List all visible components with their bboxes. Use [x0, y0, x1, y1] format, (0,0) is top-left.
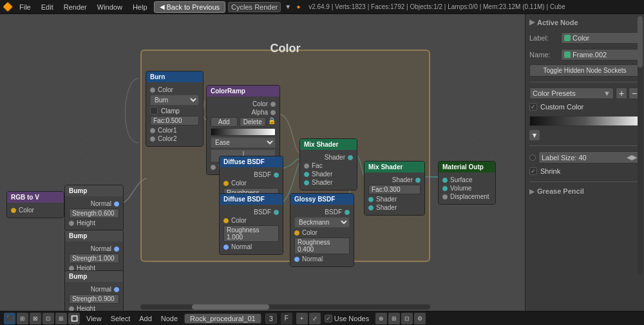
mix1-shader1-socket[interactable]: [304, 172, 309, 177]
menu-file[interactable]: File: [15, 2, 35, 12]
right-panel-scrollbar-thumb[interactable]: [638, 16, 643, 68]
colorramp-alpha-socket[interactable]: [270, 110, 276, 115]
burn-node-header: Burn: [146, 71, 203, 82]
glossy-color-socket[interactable]: [294, 230, 299, 236]
node-editor-icon[interactable]: ⬛: [4, 313, 15, 324]
mix2-fac-field[interactable]: Fac:0.300: [368, 185, 421, 194]
back-to-previous-button[interactable]: ◀ Back to Previous: [154, 1, 226, 13]
matout-volume-socket[interactable]: [442, 186, 448, 191]
glossy-mode-select[interactable]: Beckmann: [294, 217, 350, 228]
matout-surface-socket[interactable]: [442, 178, 448, 183]
plus-btn[interactable]: +: [616, 88, 627, 99]
info-bar: v2.64.9 | Verts:1823 | Faces:1792 | Obje…: [308, 3, 565, 10]
main-layout: Color Burn Color Burn Clamp Fac:0.500: [0, 14, 644, 311]
burn-node[interactable]: Burn Color Burn Clamp Fac:0.500 Color1: [146, 71, 204, 147]
render-engine-select[interactable]: Cycles Render: [228, 2, 281, 12]
select-menu[interactable]: Select: [108, 314, 133, 323]
colorramp-interp-select[interactable]: Ease: [211, 137, 276, 148]
bump3-height-socket[interactable]: [69, 306, 74, 311]
bump1-normal-socket[interactable]: [114, 201, 119, 207]
bump3-node[interactable]: Bump Normal Strength:0.900 Height: [64, 270, 124, 311]
rgb-to-v-node[interactable]: RGB to V Color: [6, 191, 64, 218]
diffuse2-normal-socket[interactable]: [223, 245, 229, 250]
add-menu[interactable]: Add: [137, 314, 155, 323]
matout-disp-socket[interactable]: [442, 194, 448, 200]
grid-icon[interactable]: ⊡: [401, 313, 413, 324]
burn-fac-field[interactable]: Fac:0.500: [150, 116, 199, 125]
mix1-shader-out-socket[interactable]: [348, 155, 353, 160]
glossy-normal-socket[interactable]: [294, 257, 299, 262]
delete-btn[interactable]: Delete: [240, 117, 267, 127]
material-output-node[interactable]: Material Outp Surface Volume Displacemen…: [438, 161, 496, 205]
bump1-strength-field[interactable]: Strength:0.600: [69, 209, 119, 218]
colorramp-color-socket[interactable]: [270, 102, 276, 107]
glossy-node[interactable]: Glossy BSDF BSDF Beckmann Color Roughnes…: [290, 193, 354, 267]
burn-color2-socket[interactable]: [150, 136, 155, 142]
right-panel-scrollbar-track[interactable]: [638, 16, 643, 274]
name-input[interactable]: Frame.002: [561, 49, 640, 60]
menu-window[interactable]: Window: [93, 2, 126, 12]
bump3-strength-field[interactable]: Strength:0.900: [69, 294, 119, 304]
diffuse2-roughness-field[interactable]: Roughness 1.000: [223, 225, 279, 242]
bump1-height-socket[interactable]: [69, 221, 74, 226]
toggle-hidden-sockets-btn[interactable]: Toggle Hidden Node Sockets: [529, 64, 640, 77]
transform-icon2[interactable]: ⤢: [309, 313, 321, 324]
settings-icon[interactable]: ⚙: [414, 313, 426, 324]
colorramp-header: ColorRamp: [207, 86, 279, 97]
bump1-header: Bump: [65, 185, 123, 196]
color-presets-dropdown[interactable]: Color Presets ▼: [529, 88, 614, 99]
burn-clamp-checkbox[interactable]: [150, 107, 158, 115]
mix2-shader-out-socket[interactable]: [415, 178, 421, 183]
active-node-title: ▶ Active Node: [529, 18, 640, 26]
glossy-roughness-field[interactable]: Roughness 0.400: [294, 237, 350, 254]
view-menu[interactable]: View: [84, 314, 104, 323]
mix2-shader2-socket[interactable]: [368, 205, 374, 210]
menu-help[interactable]: Help: [129, 2, 151, 12]
pan-icon[interactable]: ⊞: [388, 313, 400, 324]
bump2-normal-socket[interactable]: [114, 246, 119, 252]
mix1-fac-socket[interactable]: [304, 163, 309, 169]
bump2-strength-field[interactable]: Strength:1.000: [69, 254, 119, 263]
menu-render[interactable]: Render: [60, 2, 91, 12]
frame-number[interactable]: 3: [265, 313, 277, 324]
shrink-checkbox[interactable]: [529, 167, 537, 175]
menu-edit[interactable]: Edit: [37, 2, 57, 12]
burn-color-out-socket[interactable]: [150, 88, 155, 93]
blender-logo: 🔶: [3, 2, 13, 12]
node-menu[interactable]: Node: [158, 314, 180, 323]
mix2-shader1-socket[interactable]: [368, 197, 374, 202]
diffuse2-color-socket[interactable]: [223, 218, 229, 223]
use-nodes-checkbox[interactable]: [325, 315, 332, 322]
bump1-node[interactable]: Bump Normal Strength:0.600 Height: [64, 185, 124, 231]
mix1-shader2-socket[interactable]: [304, 180, 309, 185]
zoom-icon[interactable]: ⊕: [375, 313, 387, 324]
custom-color-label: Custom Color: [540, 103, 583, 111]
diffuse1-bsdf-socket[interactable]: [274, 172, 279, 178]
bump3-normal-socket[interactable]: [114, 287, 119, 292]
colorramp-fac-socket[interactable]: [211, 165, 216, 170]
add-btn[interactable]: Add: [211, 117, 238, 127]
diffuse1-color-socket[interactable]: [223, 181, 229, 186]
color-picker-bar[interactable]: [529, 116, 640, 126]
burn-color1-socket[interactable]: [150, 128, 155, 133]
colorramp-gradient[interactable]: [211, 128, 276, 136]
node-name-field[interactable]: Rock_procedural_01: [184, 313, 261, 324]
icon4: ⊡: [43, 313, 54, 324]
label-size-radio[interactable]: [529, 154, 536, 161]
transform-icon1[interactable]: +: [296, 313, 308, 324]
mix-shader1-node[interactable]: Mix Shader Shader Fac Shader Shader: [299, 138, 357, 190]
burn-mode-select[interactable]: Burn: [150, 95, 199, 106]
bump2-node[interactable]: Bump Normal Strength:1.000 Height: [64, 230, 124, 276]
rgb-color-socket[interactable]: [11, 208, 16, 213]
label-size-field[interactable]: Label Size: 40 ◀▶: [538, 151, 640, 163]
custom-color-checkbox[interactable]: [529, 103, 537, 111]
diffuse2-node[interactable]: Diffuse BSDF BSDF Color Roughness 1.000 …: [219, 193, 283, 255]
mix-shader2-node[interactable]: Mix Shader Shader Fac:0.300 Shader Shade…: [364, 161, 425, 216]
horizontal-scrollbar-thumb[interactable]: [192, 304, 269, 310]
node-editor[interactable]: Color Burn Color Burn Clamp Fac:0.500: [0, 14, 525, 311]
color-arrow-btn[interactable]: ▼: [529, 130, 540, 140]
diffuse2-bsdf-socket[interactable]: [274, 210, 279, 215]
label-input[interactable]: Color: [561, 32, 640, 44]
glossy-bsdf-socket[interactable]: [345, 210, 350, 215]
horizontal-scrollbar-track[interactable]: [140, 304, 430, 310]
